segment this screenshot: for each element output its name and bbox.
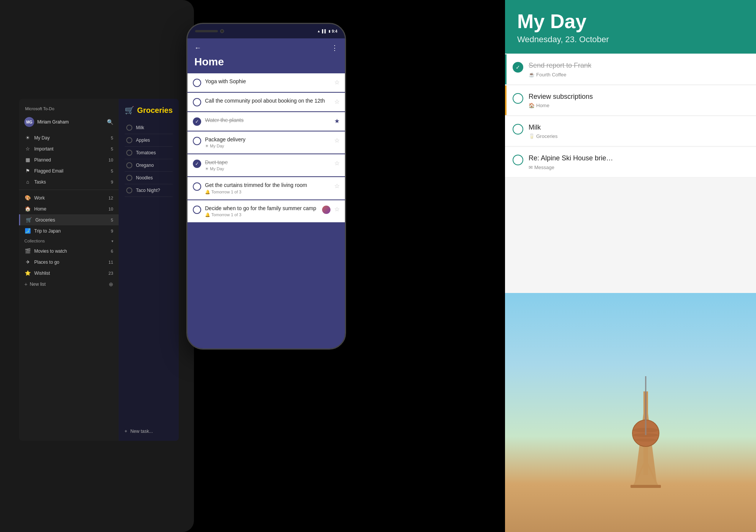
milk-icon: 🥛 <box>529 133 535 139</box>
myday-task-item[interactable]: Review subscriptions 🏠 Home <box>505 86 756 116</box>
task-item[interactable]: Yoga with Sophie ☆ <box>187 73 345 92</box>
task-item[interactable]: Duct tape ☀ My Day ☆ <box>187 154 345 176</box>
task-subtitle: ☀ My Day <box>205 166 330 171</box>
sidebar-item-label: Trip to Japan <box>34 228 111 234</box>
star-filled-icon[interactable]: ★ <box>334 117 340 125</box>
nav-count: 9 <box>111 229 113 233</box>
myday-task-title: Send report to Frank <box>529 61 748 70</box>
task-item[interactable]: Decide when to go for the family summer … <box>187 200 345 222</box>
nav-count: 5 <box>111 169 113 173</box>
star-icon[interactable]: ☆ <box>334 206 340 213</box>
sidebar-item-wishlist[interactable]: ⭐ Wishlist 23 <box>19 268 119 279</box>
sidebar-item-label: Movies to watch <box>34 249 111 254</box>
myday-task-subtitle: 🏠 Home <box>529 103 748 108</box>
nav-count: 6 <box>111 249 113 253</box>
myday-checkbox[interactable] <box>513 155 523 165</box>
nav-count: 10 <box>108 158 113 162</box>
myday-checkbox[interactable] <box>513 124 523 135</box>
star-icon[interactable]: ☆ <box>334 160 340 167</box>
phone-bottom-bar <box>187 333 345 348</box>
grocery-item[interactable]: Milk <box>125 122 173 134</box>
task-checkbox[interactable] <box>193 182 201 191</box>
item-checkbox[interactable] <box>126 125 132 131</box>
nav-count: 11 <box>108 260 113 264</box>
svg-rect-11 <box>631 485 661 488</box>
task-accent-border <box>505 54 507 84</box>
task-item[interactable]: Get the curtains trimmed for the living … <box>187 177 345 199</box>
user-info: MG Miriam Graham <box>24 117 69 127</box>
grocery-item[interactable]: Oregano <box>125 159 173 172</box>
task-title: Package delivery <box>205 136 330 143</box>
myday-task-item[interactable]: Send report to Frank ☕ Fourth Coffee <box>505 54 756 84</box>
sidebar-item-tasks[interactable]: ⌂ Tasks 9 <box>19 176 119 187</box>
item-checkbox[interactable] <box>126 150 132 156</box>
task-checkbox[interactable] <box>193 206 201 214</box>
myday-panel: My Day Wednesday, 23. October Send repor… <box>505 0 756 532</box>
myday-task-item[interactable]: Milk 🥛 Groceries <box>505 116 756 146</box>
svg-rect-7 <box>645 391 646 435</box>
grocery-item[interactable]: Noodles <box>125 172 173 184</box>
task-item[interactable]: Water the plants ★ <box>187 112 345 131</box>
tablet-screen: Microsoft To-Do MG Miriam Graham 🔍 ☀ My … <box>19 99 179 441</box>
svg-point-6 <box>634 439 657 442</box>
star-icon[interactable]: ☆ <box>334 79 340 86</box>
new-task-label: New task... <box>130 429 153 434</box>
task-checkbox[interactable] <box>193 98 201 106</box>
item-checkbox[interactable] <box>126 187 132 193</box>
item-checkbox[interactable] <box>126 137 132 143</box>
myday-task-list-name: Home <box>536 103 550 108</box>
sidebar-item-home[interactable]: 🏠 Home 10 <box>19 203 119 214</box>
sidebar-item-my-day[interactable]: ☀ My Day 5 <box>19 132 119 143</box>
star-icon[interactable]: ☆ <box>334 98 340 105</box>
star-icon[interactable]: ☆ <box>334 182 340 190</box>
grocery-item[interactable]: Apples <box>125 134 173 147</box>
task-checkbox[interactable] <box>193 79 201 87</box>
new-list-button[interactable]: + New list ⊕ <box>19 279 119 290</box>
item-checkbox[interactable] <box>126 162 132 168</box>
myday-task-body: Re: Alpine Ski House brie… ✉ Message <box>529 154 748 170</box>
star-icon[interactable]: ☆ <box>334 137 340 144</box>
task-checkbox[interactable] <box>193 137 201 145</box>
myday-task-body: Review subscriptions 🏠 Home <box>529 92 748 108</box>
user-profile[interactable]: MG Miriam Graham 🔍 <box>19 115 119 129</box>
phone-status-icons: ▲ ▌▌ ▮ 9:4 <box>317 29 337 33</box>
new-task-button[interactable]: + New task... <box>125 424 173 434</box>
phone-screen: ▲ ▌▌ ▮ 9:4 ← ⋮ Home Yoga with Sophie ☆ <box>186 23 346 350</box>
myday-header: My Day Wednesday, 23. October <box>505 0 756 54</box>
sidebar-item-places[interactable]: ✈ Places to go 11 <box>19 256 119 268</box>
add-icon: ⊕ <box>109 281 113 287</box>
sidebar-item-groceries[interactable]: 🛒 Groceries 5 <box>19 214 119 225</box>
task-item[interactable]: Package delivery ☀ My Day ☆ <box>187 131 345 154</box>
myday-checkbox[interactable] <box>513 93 523 104</box>
sidebar-item-planned[interactable]: ▦ Planned 10 <box>19 154 119 165</box>
item-name: Apples <box>136 138 150 143</box>
home-icon: 🏠 <box>529 103 535 108</box>
sidebar-item-work[interactable]: 🎨 Work 12 <box>19 192 119 203</box>
task-checkbox[interactable] <box>193 117 201 126</box>
sidebar-item-flagged-email[interactable]: ⚑ Flagged Email 5 <box>19 165 119 176</box>
sidebar-item-important[interactable]: ☆ Important 5 <box>19 143 119 154</box>
sidebar-item-label: Places to go <box>34 260 108 265</box>
myday-checkbox[interactable] <box>513 62 523 73</box>
sidebar-item-trip-to-japan[interactable]: 🗾 Trip to Japan 9 <box>19 225 119 236</box>
signal-icon: ▌▌ <box>322 29 327 33</box>
avatar: MG <box>24 117 34 127</box>
myday-task-title: Review subscriptions <box>529 92 748 101</box>
task-body: Get the curtains trimmed for the living … <box>205 182 330 194</box>
task-item[interactable]: Call the community pool about booking on… <box>187 93 345 111</box>
search-icon[interactable]: 🔍 <box>107 119 113 125</box>
collections-label: Collections <box>24 239 45 243</box>
coffee-icon: ☕ <box>529 72 535 78</box>
home-icon: ⌂ <box>24 179 31 185</box>
back-button[interactable]: ← <box>194 44 201 52</box>
assignee-avatar <box>322 206 330 214</box>
sidebar-item-movies[interactable]: 🎬 Movies to watch 6 <box>19 245 119 256</box>
more-button[interactable]: ⋮ <box>331 44 338 52</box>
grocery-item[interactable]: Tomatoes <box>125 147 173 159</box>
collections-header[interactable]: Collections ▾ <box>19 236 119 245</box>
grocery-item[interactable]: Taco Night? <box>125 184 173 197</box>
new-list-label: New list <box>30 282 46 287</box>
task-checkbox[interactable] <box>193 160 201 168</box>
myday-task-item[interactable]: Re: Alpine Ski House brie… ✉ Message <box>505 147 756 177</box>
item-checkbox[interactable] <box>126 175 132 181</box>
